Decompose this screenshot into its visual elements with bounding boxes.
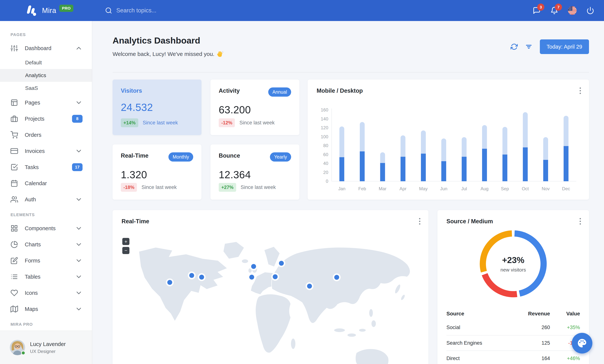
brand[interactable]: Mira PRO [25,5,73,16]
map-marker[interactable] [188,272,196,279]
stat-note: Since last week [143,120,178,126]
donut-center-label: +23% new visitors [446,255,580,273]
source-table: Source Revenue Value Social260+35%Search… [446,308,580,364]
notifications-button[interactable]: 7 [550,7,558,14]
svg-text:Nov: Nov [542,186,550,191]
svg-text:Mar: Mar [379,186,386,191]
sidebar-item-orders[interactable]: Orders [0,127,92,143]
kebab-menu-icon[interactable] [580,218,581,225]
kebab-menu-icon[interactable] [419,218,421,225]
sidebar-section-elements: ELEMENTS [11,213,92,217]
svg-text:Dec: Dec [562,186,570,191]
stat-card-visitors: Visitors24.532+14%Since last week [113,80,201,135]
stat-note: Since last week [141,184,177,190]
language-flag-button[interactable] [568,6,577,15]
theme-settings-button[interactable] [572,333,592,353]
map-marker[interactable] [306,282,314,290]
stat-note: Since last week [241,184,276,190]
sidebar-item-charts[interactable]: Charts [0,236,92,252]
map-marker[interactable] [248,273,256,281]
source-medium-card: Source / Medium +23% new visitors Source… [437,210,589,364]
sidebar-item-icons[interactable]: Icons [0,285,92,301]
source-title: Source / Medium [446,218,580,225]
count-badge: 8 [72,115,83,123]
stacked-bar-chart: 020406080100120140160JanFebMarAprMayJunJ… [317,106,580,195]
sidebar-item-projects[interactable]: Projects8 [0,111,92,127]
mira-logo-icon [25,5,37,16]
briefcase-icon [11,115,18,123]
table-row-direct: Direct164+46% [446,351,580,364]
svg-text:160: 160 [321,107,328,113]
chart-title: Mobile / Desktop [317,88,580,94]
zoom-in-button[interactable]: + [122,238,129,245]
delta-pill: -12% [219,118,235,127]
pie-chart-icon [11,241,18,248]
sidebar-subitem-analytics[interactable]: Analytics [0,69,92,82]
chevron-down-icon [75,241,83,248]
search-box [105,0,221,21]
heart-icon [11,289,18,297]
brand-name: Mira [42,7,56,15]
stat-value: 24.532 [121,101,193,113]
stat-note: Since last week [239,120,275,126]
sidebar-item-tables[interactable]: Tables [0,269,92,285]
map-marker[interactable] [250,263,258,270]
svg-text:Aug: Aug [480,186,489,191]
delta-pill: -18% [121,183,137,192]
realtime-map-card: Real-Time + − [113,210,428,364]
search-input[interactable] [116,7,221,14]
online-status-dot [21,351,25,355]
sidebar-item-components[interactable]: Components [0,220,92,236]
map-marker[interactable] [271,273,279,281]
logout-button[interactable] [586,7,594,14]
filter-icon[interactable] [525,43,532,50]
navbar-actions: 3 7 [533,0,594,21]
sidebar-subitem-default[interactable]: Default [0,56,92,69]
map-marker[interactable] [277,259,285,267]
chevron-up-icon [75,44,83,52]
stat-value: 12.364 [219,169,291,181]
list-icon [11,273,18,280]
stat-card-real-time: Real-TimeMonthly1.320-18%Since last week [113,144,201,200]
svg-text:Jul: Jul [461,186,467,191]
svg-text:60: 60 [323,152,328,157]
world-map [113,233,428,364]
sidebar-subitem-saas[interactable]: SaaS [0,82,92,95]
sidebar-item-forms[interactable]: Forms [0,252,92,269]
date-picker-button[interactable]: Today: April 29 [540,39,589,54]
check-square-icon [11,163,18,171]
sidebar-item-pages[interactable]: Pages [0,95,92,111]
period-badge: Annual [268,88,291,97]
credit-card-icon [11,147,18,155]
refresh-icon[interactable] [511,43,518,50]
edit-icon [11,257,18,264]
svg-text:Sep: Sep [501,186,509,191]
svg-text:40: 40 [323,161,328,166]
map-marker[interactable] [333,273,341,281]
map-marker[interactable] [166,278,174,286]
map-zoom-controls: + − [122,238,129,254]
user-profile[interactable]: Lucy Lavender UX Designer [0,331,92,364]
period-badge: Yearly [270,152,291,162]
stat-value: 1.320 [121,169,193,181]
user-name: Lucy Lavender [30,341,66,347]
svg-text:80: 80 [323,143,328,148]
kebab-menu-icon[interactable] [580,88,581,94]
svg-text:Feb: Feb [358,186,366,191]
period-badge: Monthly [168,152,193,162]
map-marker[interactable] [198,273,206,281]
main-content: Analytics Dashboard Welcome back, Lucy! … [92,21,604,364]
svg-text:Apr: Apr [400,186,406,191]
sidebar-item-invoices[interactable]: Invoices [0,143,92,159]
sidebar-item-auth[interactable]: Auth [0,191,92,208]
chevron-down-icon [75,289,83,297]
sidebar-item-maps[interactable]: Maps [0,301,92,317]
messages-button[interactable]: 3 [533,7,541,14]
sidebar-item-calendar[interactable]: Calendar [0,175,92,191]
page-subtitle: Welcome back, Lucy! We've missed you. [113,51,223,57]
map-title: Real-Time [122,218,419,225]
palette-icon [577,338,587,348]
zoom-out-button[interactable]: − [122,247,129,254]
sidebar-item-tasks[interactable]: Tasks17 [0,159,92,175]
sidebar-item-dashboard[interactable]: Dashboard [0,40,92,56]
